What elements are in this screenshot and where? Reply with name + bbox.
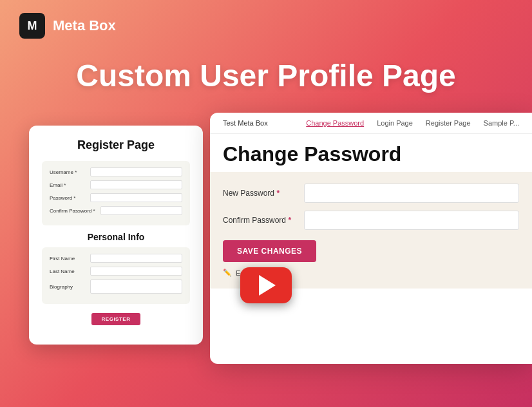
register-field-last-name: Last Name	[50, 267, 182, 276]
register-form-section: Username * Email * Password * Confirm Pa…	[42, 161, 190, 225]
register-field-biography: Biography	[50, 279, 182, 294]
register-field-password: Password *	[50, 193, 182, 202]
register-card-title: Register Page	[42, 138, 190, 152]
username-label: Username *	[50, 169, 85, 175]
header: M Meta Box	[0, 0, 532, 52]
first-name-input[interactable]	[90, 254, 182, 263]
logo-name: Meta Box	[53, 17, 116, 34]
nav-sample-page[interactable]: Sample P...	[484, 119, 519, 127]
personal-info-section: First Name Last Name Biography	[42, 247, 190, 304]
save-changes-button[interactable]: SAVE CHANGES	[223, 240, 316, 262]
confirm-password-form-input[interactable]	[304, 211, 519, 230]
register-btn-row: REGISTER	[42, 312, 190, 325]
logo-box: M	[19, 13, 45, 39]
cards-container: Register Page Username * Email * Passwor…	[0, 113, 532, 357]
biography-label: Biography	[50, 284, 85, 290]
nav-site-title: Test Meta Box	[223, 119, 268, 127]
confirm-password-input[interactable]	[100, 206, 182, 215]
change-password-heading: Change Password	[223, 143, 519, 166]
nav-register-page[interactable]: Register Page	[426, 119, 471, 127]
nav-change-password[interactable]: Change Password	[306, 119, 364, 127]
confirm-password-required: *	[288, 216, 291, 225]
confirm-password-label: Confirm Password *	[50, 208, 95, 214]
nav-login-page[interactable]: Login Page	[377, 119, 413, 127]
first-name-label: First Name	[50, 256, 85, 261]
password-label: Password *	[50, 195, 85, 201]
hero-title: Custom User Profile Page	[0, 58, 532, 93]
register-button[interactable]: REGISTER	[91, 313, 141, 325]
new-password-required: *	[276, 189, 280, 198]
change-password-section: Change Password	[210, 134, 532, 172]
confirm-password-form-label: Confirm Password *	[223, 216, 294, 225]
new-password-row: New Password *	[223, 184, 519, 203]
register-field-first-name: First Name	[50, 254, 182, 263]
register-card: Register Page Username * Email * Passwor…	[29, 126, 203, 345]
register-field-email: Email *	[50, 180, 182, 189]
username-input[interactable]	[90, 167, 182, 176]
confirm-password-row: Confirm Password *	[223, 211, 519, 230]
youtube-play-button[interactable]	[240, 267, 292, 303]
personal-info-title: Personal Info	[42, 232, 190, 242]
last-name-label: Last Name	[50, 269, 85, 274]
main-card-nav: Test Meta Box Change Password Login Page…	[210, 113, 532, 134]
play-triangle-icon	[259, 275, 276, 296]
logo-letter: M	[28, 19, 37, 33]
main-card: Test Meta Box Change Password Login Page…	[210, 113, 532, 364]
email-input[interactable]	[90, 180, 182, 189]
register-field-username: Username *	[50, 167, 182, 176]
new-password-label: New Password *	[223, 189, 294, 198]
biography-input[interactable]	[90, 279, 182, 294]
new-password-input[interactable]	[304, 184, 519, 203]
edit-icon: ✏️	[223, 269, 232, 277]
last-name-input[interactable]	[90, 267, 182, 276]
page-wrapper: M Meta Box Custom User Profile Page Regi…	[0, 0, 532, 407]
register-field-confirm-password: Confirm Password *	[50, 206, 182, 215]
email-label: Email *	[50, 182, 85, 188]
youtube-overlay[interactable]	[240, 267, 292, 303]
password-input[interactable]	[90, 193, 182, 202]
